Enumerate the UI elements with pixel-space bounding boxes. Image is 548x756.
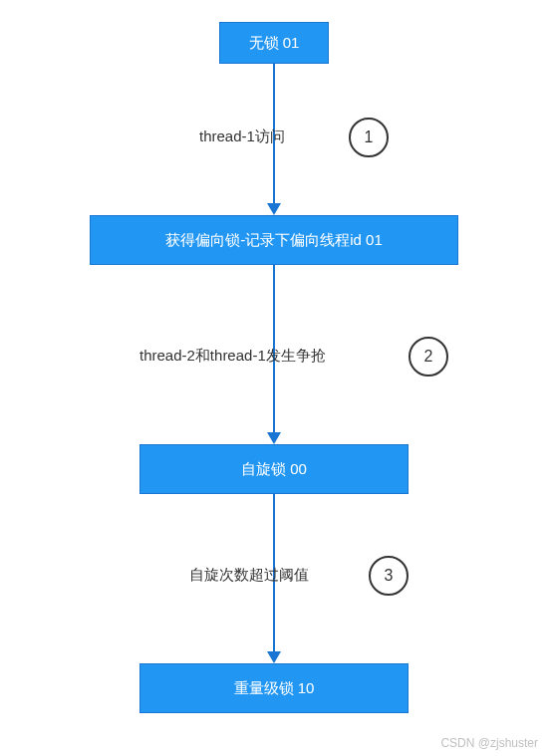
edge-3-arrowhead bbox=[267, 651, 281, 663]
step-marker-1: 1 bbox=[349, 118, 389, 157]
step-number: 3 bbox=[385, 567, 394, 585]
step-number: 2 bbox=[424, 348, 433, 366]
edge-1-arrowhead bbox=[267, 203, 281, 215]
node-label: 获得偏向锁-记录下偏向线程id 01 bbox=[165, 231, 383, 250]
step-marker-3: 3 bbox=[369, 556, 409, 596]
node-label: 自旋锁 00 bbox=[241, 460, 307, 479]
node-label: 重量级锁 10 bbox=[234, 679, 315, 698]
step-number: 1 bbox=[365, 128, 374, 146]
step-marker-2: 2 bbox=[409, 337, 448, 377]
edge-2-arrowhead bbox=[267, 432, 281, 444]
edge-2-label: thread-2和thread-1发生争抢 bbox=[139, 347, 326, 366]
node-heavyweight-lock: 重量级锁 10 bbox=[139, 663, 409, 713]
lock-upgrade-flowchart: 无锁 01 thread-1访问 1 获得偏向锁-记录下偏向线程id 01 th… bbox=[0, 0, 548, 756]
edge-3-label: 自旋次数超过阈值 bbox=[189, 566, 309, 585]
node-no-lock: 无锁 01 bbox=[219, 22, 329, 64]
node-spin-lock: 自旋锁 00 bbox=[139, 444, 409, 494]
node-biased-lock: 获得偏向锁-记录下偏向线程id 01 bbox=[90, 215, 458, 265]
watermark-text: CSDN @zjshuster bbox=[440, 736, 538, 750]
node-label: 无锁 01 bbox=[249, 34, 300, 53]
edge-1-label: thread-1访问 bbox=[199, 127, 285, 146]
